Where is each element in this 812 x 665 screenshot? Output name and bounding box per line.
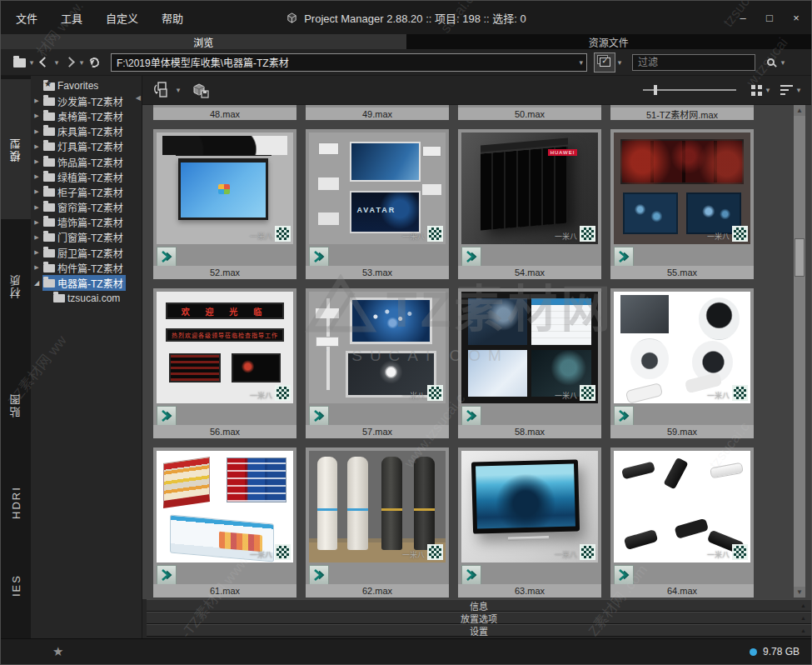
chevron-down-icon[interactable]: ▾	[795, 86, 803, 94]
scroll-down-icon[interactable]: ▼	[794, 587, 805, 598]
path-input[interactable]	[111, 53, 587, 72]
asset-card[interactable]: 一米八63.max	[458, 448, 601, 598]
asset-filename: 63.max	[458, 584, 601, 598]
back-button[interactable]	[36, 53, 52, 72]
asset-card[interactable]: 一米八57.max	[306, 288, 449, 438]
app-logo-icon	[286, 12, 298, 24]
chevron-down-icon[interactable]: ▾	[27, 58, 36, 67]
asset-card[interactable]: 一米八61.max	[153, 448, 296, 598]
filter-input[interactable]	[632, 54, 755, 71]
asset-card-partial[interactable]: 51-TZ素材网.max	[610, 105, 754, 120]
folder-menu-button[interactable]	[11, 53, 27, 72]
chevron-down-icon[interactable]: ▾	[77, 58, 86, 67]
tab-browse[interactable]: 浏览	[1, 34, 406, 49]
side-tab[interactable]: IES	[1, 548, 31, 624]
save-model-button[interactable]	[191, 82, 209, 98]
asset-filename: 56.max	[153, 425, 296, 438]
asset-card[interactable]: 一米八64.max	[610, 448, 754, 598]
asset-card[interactable]: 一米八55.max	[610, 129, 754, 279]
tree-item[interactable]: ▶床具篇-TZ素材	[31, 124, 142, 139]
asset-card[interactable]: 一米八59.max	[610, 288, 754, 438]
panel-header[interactable]: 设置▲	[147, 624, 811, 637]
refresh-button[interactable]	[86, 53, 102, 72]
tree-item-selected[interactable]: ◢电器篇-TZ素材	[31, 275, 142, 290]
thumb-watermark: 一米八	[707, 226, 748, 242]
sort-icon[interactable]	[780, 85, 793, 95]
expand-arrow-icon[interactable]: ▶	[31, 188, 42, 195]
tree-item[interactable]: ▶饰品篇-TZ素材	[31, 154, 142, 169]
panel-collapse-icon[interactable]: ▲	[800, 602, 806, 608]
maximize-button[interactable]: □	[763, 12, 776, 24]
batch-select-button[interactable]	[594, 52, 615, 72]
tree-item[interactable]: ▶柜子篇-TZ素材	[31, 184, 142, 199]
tree-item[interactable]: ▶构件篇-TZ素材	[31, 260, 142, 275]
side-tab[interactable]: 贴图	[1, 352, 31, 458]
tree-collapse-icon[interactable]: ◀	[136, 94, 141, 102]
expand-arrow-icon[interactable]: ▶	[31, 234, 42, 241]
slider-handle[interactable]	[654, 85, 657, 95]
expand-arrow-icon[interactable]: ▶	[31, 249, 42, 256]
chevron-down-icon[interactable]: ▾	[174, 86, 182, 94]
asset-card[interactable]: 欢 迎 光 临热烈欢迎各级领导莅临检查指导工作一米八56.max	[153, 288, 296, 438]
panel-header[interactable]: 信息▲	[147, 599, 811, 612]
sync-models-button[interactable]	[152, 82, 171, 98]
tree-item[interactable]: ▶门窗篇-TZ素材	[31, 230, 142, 245]
vertical-scrollbar[interactable]: ▲ ▼	[794, 105, 805, 598]
chevron-down-icon[interactable]: ▾	[779, 58, 787, 67]
menu-item[interactable]: 工具	[61, 10, 82, 26]
close-button[interactable]: ×	[790, 12, 803, 24]
grid-view-icon[interactable]	[751, 85, 762, 96]
scroll-up-icon[interactable]: ▲	[794, 105, 805, 116]
scrollbar-thumb[interactable]	[795, 238, 805, 277]
asset-card-partial[interactable]: 48.max	[153, 105, 296, 120]
asset-card-partial[interactable]: 49.max	[306, 105, 449, 120]
tab-resource-files[interactable]: 资源文件	[406, 34, 812, 49]
expand-arrow-icon[interactable]: ▶	[31, 112, 42, 119]
tree-item[interactable]: ▶墙饰篇-TZ素材	[31, 215, 142, 230]
panel-collapse-icon[interactable]: ▲	[800, 615, 806, 621]
tree-item[interactable]: ▶沙发篇-TZ素材	[31, 93, 142, 108]
expand-arrow-icon[interactable]: ▶	[31, 173, 42, 180]
asset-card[interactable]: AVATAR一米八53.max	[306, 129, 449, 279]
side-tab[interactable]: 材质	[1, 219, 31, 352]
expand-arrow-icon[interactable]: ▶	[31, 264, 42, 271]
tree-item[interactable]: ▶灯具篇-TZ素材	[31, 139, 142, 154]
tree-item[interactable]: ▶窗帘篇-TZ素材	[31, 200, 142, 215]
chevron-down-icon[interactable]: ▾	[764, 86, 772, 94]
asset-card[interactable]: 一米八52.max	[153, 129, 296, 279]
expand-arrow-icon[interactable]: ▶	[31, 158, 42, 165]
expand-arrow-icon[interactable]: ◢	[31, 279, 42, 287]
menu-item[interactable]: 自定义	[106, 10, 138, 26]
expand-arrow-icon[interactable]: ▶	[31, 204, 42, 211]
chevron-down-icon[interactable]: ▾	[579, 58, 583, 67]
menu-item[interactable]: 文件	[16, 10, 37, 26]
panel-collapse-icon[interactable]: ▲	[800, 628, 806, 633]
tree-item[interactable]: ▶桌椅篇-TZ素材	[31, 108, 142, 123]
thumb-layer	[347, 457, 368, 551]
side-tab[interactable]: HDRI	[1, 458, 31, 548]
menu-bar: 文件工具自定义帮助	[1, 10, 183, 26]
tree-item-favorites[interactable]: ▶★Favorites	[31, 78, 142, 93]
expand-arrow-icon[interactable]: ▶	[31, 219, 42, 226]
forward-button[interactable]	[61, 53, 77, 72]
tree-item[interactable]: ▶绿植篇-TZ素材	[31, 169, 142, 184]
search-button[interactable]	[762, 53, 779, 72]
minimize-button[interactable]: –	[736, 12, 750, 24]
star-icon[interactable]: ★	[52, 644, 63, 659]
tree-item-child[interactable]: tzsucai.com	[31, 291, 142, 306]
tree-item[interactable]: ▶厨卫篇-TZ素材	[31, 245, 142, 260]
side-tab[interactable]: 模型	[1, 79, 31, 219]
expand-arrow-icon[interactable]: ▶	[31, 143, 42, 150]
chevron-down-icon[interactable]: ▾	[52, 58, 61, 67]
status-bar: ★ 9.78 GB	[1, 638, 811, 665]
asset-card[interactable]: 一米八62.max	[306, 448, 449, 598]
asset-card-partial[interactable]: 50.max	[458, 105, 601, 120]
asset-card[interactable]: HUAWEI一米八54.max	[458, 129, 601, 279]
expand-arrow-icon[interactable]: ▶	[31, 128, 42, 135]
asset-card[interactable]: 一米八58.max	[458, 288, 601, 438]
thumbnail-size-slider[interactable]	[643, 89, 736, 91]
menu-item[interactable]: 帮助	[162, 10, 183, 26]
chevron-down-icon[interactable]: ▾	[615, 58, 624, 67]
panel-header[interactable]: 放置选项▲	[147, 612, 811, 624]
expand-arrow-icon[interactable]: ▶	[31, 98, 42, 104]
